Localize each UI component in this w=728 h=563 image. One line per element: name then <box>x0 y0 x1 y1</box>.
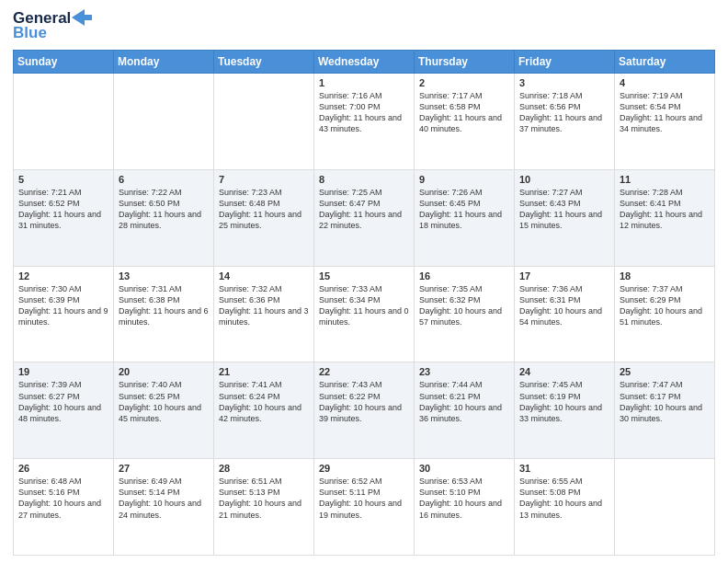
day-info: Sunrise: 7:28 AM Sunset: 6:41 PM Dayligh… <box>620 187 710 232</box>
calendar-cell: 15Sunrise: 7:33 AM Sunset: 6:34 PM Dayli… <box>314 266 415 362</box>
day-info: Sunrise: 7:27 AM Sunset: 6:43 PM Dayligh… <box>519 187 609 232</box>
day-number: 11 <box>620 174 710 185</box>
day-header-saturday: Saturday <box>615 51 715 74</box>
day-number: 23 <box>419 366 509 377</box>
day-header-sunday: Sunday <box>14 51 114 74</box>
day-info: Sunrise: 7:17 AM Sunset: 6:58 PM Dayligh… <box>419 90 509 135</box>
day-number: 7 <box>219 174 309 185</box>
calendar-week-5: 26Sunrise: 6:48 AM Sunset: 5:16 PM Dayli… <box>14 459 715 556</box>
calendar-cell: 7Sunrise: 7:23 AM Sunset: 6:48 PM Daylig… <box>214 169 314 266</box>
calendar-week-2: 5Sunrise: 7:21 AM Sunset: 6:52 PM Daylig… <box>14 169 715 266</box>
calendar-cell: 20Sunrise: 7:40 AM Sunset: 6:25 PM Dayli… <box>114 362 214 459</box>
day-number: 6 <box>119 174 209 185</box>
day-number: 28 <box>219 463 309 474</box>
calendar-week-1: 1Sunrise: 7:16 AM Sunset: 7:00 PM Daylig… <box>14 74 715 170</box>
day-info: Sunrise: 7:23 AM Sunset: 6:48 PM Dayligh… <box>219 187 309 232</box>
calendar-cell: 22Sunrise: 7:43 AM Sunset: 6:22 PM Dayli… <box>314 362 415 459</box>
day-number: 19 <box>18 366 108 377</box>
day-info: Sunrise: 7:43 AM Sunset: 6:22 PM Dayligh… <box>319 379 409 424</box>
calendar-cell: 18Sunrise: 7:37 AM Sunset: 6:29 PM Dayli… <box>615 266 715 362</box>
day-info: Sunrise: 7:47 AM Sunset: 6:17 PM Dayligh… <box>620 379 710 424</box>
day-number: 17 <box>519 270 609 282</box>
calendar-cell: 14Sunrise: 7:32 AM Sunset: 6:36 PM Dayli… <box>214 266 314 362</box>
day-info: Sunrise: 7:33 AM Sunset: 6:34 PM Dayligh… <box>319 283 409 328</box>
day-number: 1 <box>319 77 409 88</box>
calendar-cell: 25Sunrise: 7:47 AM Sunset: 6:17 PM Dayli… <box>615 362 715 459</box>
day-number: 26 <box>18 463 108 474</box>
day-header-thursday: Thursday <box>415 51 515 74</box>
day-info: Sunrise: 7:16 AM Sunset: 7:00 PM Dayligh… <box>319 90 409 135</box>
day-info: Sunrise: 7:26 AM Sunset: 6:45 PM Dayligh… <box>419 187 509 232</box>
day-header-friday: Friday <box>515 51 615 74</box>
calendar-cell: 16Sunrise: 7:35 AM Sunset: 6:32 PM Dayli… <box>415 266 515 362</box>
day-number: 3 <box>519 77 609 88</box>
day-number: 20 <box>119 366 209 377</box>
day-number: 30 <box>419 463 509 474</box>
day-number: 4 <box>620 77 710 88</box>
day-info: Sunrise: 7:21 AM Sunset: 6:52 PM Dayligh… <box>18 187 108 232</box>
calendar-cell <box>114 74 214 170</box>
calendar-cell: 11Sunrise: 7:28 AM Sunset: 6:41 PM Dayli… <box>615 169 715 266</box>
day-number: 13 <box>119 270 209 282</box>
calendar-cell: 24Sunrise: 7:45 AM Sunset: 6:19 PM Dayli… <box>515 362 615 459</box>
calendar-cell: 23Sunrise: 7:44 AM Sunset: 6:21 PM Dayli… <box>415 362 515 459</box>
day-info: Sunrise: 7:31 AM Sunset: 6:38 PM Dayligh… <box>119 283 209 328</box>
day-info: Sunrise: 7:25 AM Sunset: 6:47 PM Dayligh… <box>319 187 409 232</box>
day-number: 8 <box>319 174 409 185</box>
day-number: 10 <box>519 174 609 185</box>
calendar-cell: 27Sunrise: 6:49 AM Sunset: 5:14 PM Dayli… <box>114 459 214 556</box>
day-info: Sunrise: 6:52 AM Sunset: 5:11 PM Dayligh… <box>319 476 409 521</box>
calendar-cell: 3Sunrise: 7:18 AM Sunset: 6:56 PM Daylig… <box>515 74 615 170</box>
calendar-cell: 21Sunrise: 7:41 AM Sunset: 6:24 PM Dayli… <box>214 362 314 459</box>
day-info: Sunrise: 6:51 AM Sunset: 5:13 PM Dayligh… <box>219 476 309 521</box>
day-info: Sunrise: 7:32 AM Sunset: 6:36 PM Dayligh… <box>219 283 309 328</box>
day-number: 12 <box>18 270 108 282</box>
day-info: Sunrise: 7:45 AM Sunset: 6:19 PM Dayligh… <box>519 379 609 424</box>
calendar-cell: 28Sunrise: 6:51 AM Sunset: 5:13 PM Dayli… <box>214 459 314 556</box>
calendar-cell: 26Sunrise: 6:48 AM Sunset: 5:16 PM Dayli… <box>14 459 114 556</box>
day-info: Sunrise: 6:55 AM Sunset: 5:08 PM Dayligh… <box>519 476 609 521</box>
calendar-cell: 10Sunrise: 7:27 AM Sunset: 6:43 PM Dayli… <box>515 169 615 266</box>
svg-marker-0 <box>72 9 92 26</box>
day-info: Sunrise: 6:48 AM Sunset: 5:16 PM Dayligh… <box>18 476 108 521</box>
day-number: 22 <box>319 366 409 377</box>
header: General Blue <box>13 9 715 42</box>
day-number: 9 <box>419 174 509 185</box>
day-number: 27 <box>119 463 209 474</box>
calendar-cell: 5Sunrise: 7:21 AM Sunset: 6:52 PM Daylig… <box>14 169 114 266</box>
calendar-cell: 2Sunrise: 7:17 AM Sunset: 6:58 PM Daylig… <box>415 74 515 170</box>
day-info: Sunrise: 7:40 AM Sunset: 6:25 PM Dayligh… <box>119 379 209 424</box>
page-container: General Blue SundayMondayTuesdayWednesda… <box>0 0 728 563</box>
day-number: 24 <box>519 366 609 377</box>
calendar-cell: 17Sunrise: 7:36 AM Sunset: 6:31 PM Dayli… <box>515 266 615 362</box>
calendar-cell: 12Sunrise: 7:30 AM Sunset: 6:39 PM Dayli… <box>14 266 114 362</box>
day-info: Sunrise: 7:36 AM Sunset: 6:31 PM Dayligh… <box>519 283 609 328</box>
calendar-week-3: 12Sunrise: 7:30 AM Sunset: 6:39 PM Dayli… <box>14 266 715 362</box>
day-info: Sunrise: 7:35 AM Sunset: 6:32 PM Dayligh… <box>419 283 509 328</box>
logo-arrow-icon <box>72 9 92 26</box>
day-number: 18 <box>620 270 710 282</box>
day-header-monday: Monday <box>114 51 214 74</box>
day-number: 15 <box>319 270 409 282</box>
day-number: 16 <box>419 270 509 282</box>
day-info: Sunrise: 7:37 AM Sunset: 6:29 PM Dayligh… <box>620 283 710 328</box>
day-info: Sunrise: 7:41 AM Sunset: 6:24 PM Dayligh… <box>219 379 309 424</box>
day-number: 5 <box>18 174 108 185</box>
calendar-cell: 30Sunrise: 6:53 AM Sunset: 5:10 PM Dayli… <box>415 459 515 556</box>
day-info: Sunrise: 6:49 AM Sunset: 5:14 PM Dayligh… <box>119 476 209 521</box>
logo-blue: Blue <box>13 24 47 42</box>
calendar-week-4: 19Sunrise: 7:39 AM Sunset: 6:27 PM Dayli… <box>14 362 715 459</box>
logo: General Blue <box>13 9 92 42</box>
day-info: Sunrise: 6:53 AM Sunset: 5:10 PM Dayligh… <box>419 476 509 521</box>
calendar-cell: 8Sunrise: 7:25 AM Sunset: 6:47 PM Daylig… <box>314 169 415 266</box>
day-number: 31 <box>519 463 609 474</box>
day-info: Sunrise: 7:18 AM Sunset: 6:56 PM Dayligh… <box>519 90 609 135</box>
day-number: 25 <box>620 366 710 377</box>
day-number: 14 <box>219 270 309 282</box>
day-number: 21 <box>219 366 309 377</box>
calendar-cell <box>214 74 314 170</box>
calendar-cell <box>14 74 114 170</box>
day-info: Sunrise: 7:44 AM Sunset: 6:21 PM Dayligh… <box>419 379 509 424</box>
calendar-cell: 31Sunrise: 6:55 AM Sunset: 5:08 PM Dayli… <box>515 459 615 556</box>
calendar-cell: 9Sunrise: 7:26 AM Sunset: 6:45 PM Daylig… <box>415 169 515 266</box>
